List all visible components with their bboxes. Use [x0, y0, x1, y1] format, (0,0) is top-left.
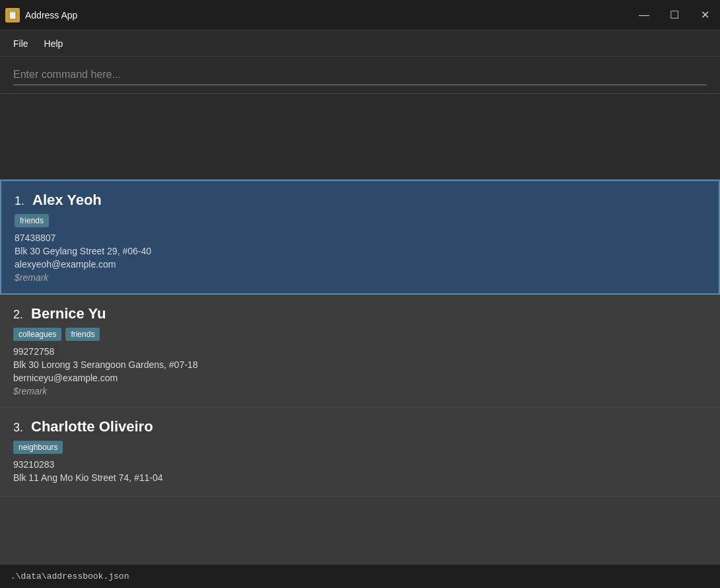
command-area	[0, 57, 720, 94]
contact-name: Alex Yeoh	[32, 192, 102, 209]
minimize-button[interactable]: —	[629, 0, 659, 30]
contact-phone: 87438807	[15, 233, 705, 243]
contact-number: 2.	[13, 308, 23, 322]
contact-tag: neighbours	[13, 441, 63, 454]
contact-address: Blk 30 Lorong 3 Serangoon Gardens, #07-1…	[13, 359, 707, 370]
contact-phone: 99272758	[13, 346, 707, 357]
menu-help[interactable]: Help	[36, 34, 71, 53]
contact-email: alexyeoh@example.com	[15, 259, 705, 270]
contact-number: 1.	[15, 194, 24, 208]
app-icon: 📋	[5, 8, 20, 22]
contact-tags: colleaguesfriends	[13, 328, 707, 341]
window-controls: — ☐ ✕	[629, 0, 720, 30]
contact-card[interactable]: 2.Bernice Yucolleaguesfriends99272758Blk…	[0, 295, 720, 408]
menu-bar: File Help	[0, 30, 720, 57]
status-bar: .\data\addressbook.json	[0, 564, 720, 588]
contact-tags: friends	[15, 214, 705, 227]
contact-tags: neighbours	[13, 441, 707, 454]
output-area	[0, 94, 720, 180]
command-input[interactable]	[13, 65, 707, 85]
contact-card[interactable]: 1.Alex Yeohfriends87438807Blk 30 Geylang…	[0, 180, 720, 295]
title-bar-left: 📋 Address App	[5, 8, 77, 22]
contact-phone: 93210283	[13, 459, 707, 470]
contacts-list: 1.Alex Yeohfriends87438807Blk 30 Geylang…	[0, 180, 720, 564]
status-path: .\data\addressbook.json	[11, 571, 129, 581]
contact-number-name: 3.Charlotte Oliveiro	[13, 418, 707, 435]
contact-number-name: 2.Bernice Yu	[13, 305, 707, 322]
maximize-button[interactable]: ☐	[659, 0, 690, 30]
contact-tag: colleagues	[13, 328, 61, 341]
menu-file[interactable]: File	[5, 34, 36, 53]
contact-tag: friends	[65, 328, 100, 341]
close-button[interactable]: ✕	[690, 0, 720, 30]
contact-email: berniceyu@example.com	[13, 373, 707, 383]
contact-address: Blk 11 Ang Mo Kio Street 74, #11-04	[13, 472, 707, 483]
contact-number-name: 1.Alex Yeoh	[15, 192, 705, 209]
contact-remark: $remark	[15, 272, 705, 283]
app-title: Address App	[25, 10, 77, 20]
contact-card[interactable]: 3.Charlotte Oliveironeighbours93210283Bl…	[0, 408, 720, 497]
app-icon-symbol: 📋	[7, 10, 18, 20]
title-bar: 📋 Address App — ☐ ✕	[0, 0, 720, 30]
contact-address: Blk 30 Geylang Street 29, #06-40	[15, 246, 705, 256]
contact-name: Charlotte Oliveiro	[31, 418, 153, 435]
contact-number: 3.	[13, 421, 23, 435]
contact-remark: $remark	[13, 386, 707, 396]
contact-name: Bernice Yu	[31, 305, 106, 322]
contact-tag: friends	[15, 214, 49, 227]
